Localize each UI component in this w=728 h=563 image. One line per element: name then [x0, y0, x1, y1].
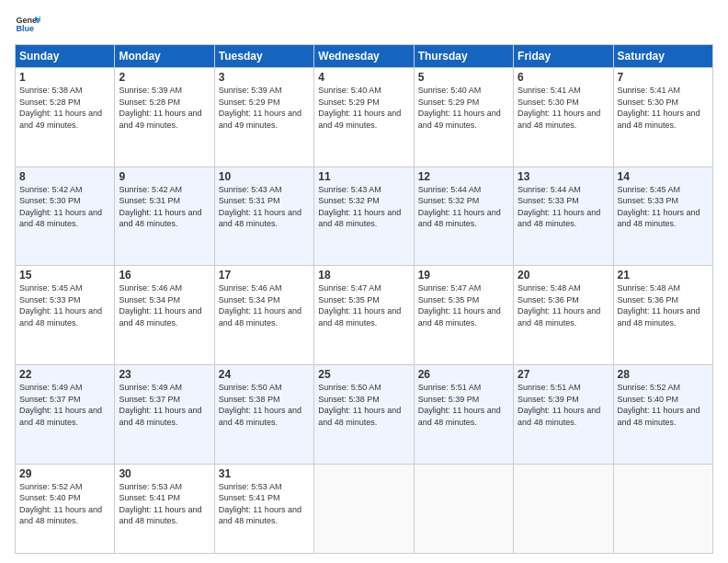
table-row: 15Sunrise: 5:45 AMSunset: 5:33 PMDayligh… — [16, 266, 115, 365]
table-row: 11Sunrise: 5:43 AMSunset: 5:32 PMDayligh… — [314, 167, 414, 266]
table-row: 5Sunrise: 5:40 AMSunset: 5:29 PMDaylight… — [414, 68, 513, 167]
table-row: 4Sunrise: 5:40 AMSunset: 5:29 PMDaylight… — [314, 68, 414, 167]
table-row: 30Sunrise: 5:53 AMSunset: 5:41 PMDayligh… — [115, 464, 214, 553]
table-row: 2Sunrise: 5:39 AMSunset: 5:28 PMDaylight… — [115, 68, 214, 167]
col-friday: Friday — [514, 45, 613, 68]
table-row — [414, 464, 513, 553]
calendar-week-row: 1Sunrise: 5:38 AMSunset: 5:28 PMDaylight… — [16, 68, 713, 167]
table-row: 1Sunrise: 5:38 AMSunset: 5:28 PMDaylight… — [16, 68, 115, 167]
table-row: 3Sunrise: 5:39 AMSunset: 5:29 PMDaylight… — [214, 68, 313, 167]
table-row: 25Sunrise: 5:50 AMSunset: 5:38 PMDayligh… — [314, 364, 414, 464]
table-row — [314, 464, 414, 553]
table-row: 29Sunrise: 5:52 AMSunset: 5:40 PMDayligh… — [16, 464, 115, 553]
table-row — [613, 464, 712, 553]
table-row: 21Sunrise: 5:48 AMSunset: 5:36 PMDayligh… — [613, 266, 712, 365]
table-row: 22Sunrise: 5:49 AMSunset: 5:37 PMDayligh… — [16, 364, 115, 464]
table-row: 17Sunrise: 5:46 AMSunset: 5:34 PMDayligh… — [214, 266, 313, 365]
col-thursday: Thursday — [414, 45, 513, 68]
col-wednesday: Wednesday — [314, 45, 414, 68]
col-saturday: Saturday — [613, 45, 712, 68]
table-row: 31Sunrise: 5:53 AMSunset: 5:41 PMDayligh… — [214, 464, 313, 553]
logo-icon: General Blue — [15, 11, 40, 37]
table-row: 26Sunrise: 5:51 AMSunset: 5:39 PMDayligh… — [414, 364, 513, 464]
table-row: 9Sunrise: 5:42 AMSunset: 5:31 PMDaylight… — [115, 167, 214, 266]
calendar-week-row: 8Sunrise: 5:42 AMSunset: 5:30 PMDaylight… — [16, 167, 713, 266]
calendar-week-row: 22Sunrise: 5:49 AMSunset: 5:37 PMDayligh… — [16, 364, 713, 464]
logo: General Blue — [15, 11, 44, 37]
table-row: 19Sunrise: 5:47 AMSunset: 5:35 PMDayligh… — [414, 266, 513, 365]
calendar-week-row: 15Sunrise: 5:45 AMSunset: 5:33 PMDayligh… — [16, 266, 713, 365]
col-tuesday: Tuesday — [214, 45, 313, 68]
table-row: 20Sunrise: 5:48 AMSunset: 5:36 PMDayligh… — [514, 266, 613, 365]
table-row: 24Sunrise: 5:50 AMSunset: 5:38 PMDayligh… — [214, 364, 313, 464]
col-sunday: Sunday — [16, 45, 115, 68]
table-row: 16Sunrise: 5:46 AMSunset: 5:34 PMDayligh… — [115, 266, 214, 365]
table-row: 13Sunrise: 5:44 AMSunset: 5:33 PMDayligh… — [514, 167, 613, 266]
table-row: 28Sunrise: 5:52 AMSunset: 5:40 PMDayligh… — [613, 364, 712, 464]
calendar-table: Sunday Monday Tuesday Wednesday Thursday… — [15, 44, 713, 554]
page-header: General Blue — [15, 11, 713, 37]
calendar-week-row: 29Sunrise: 5:52 AMSunset: 5:40 PMDayligh… — [16, 464, 713, 553]
col-monday: Monday — [115, 45, 214, 68]
table-row: 14Sunrise: 5:45 AMSunset: 5:33 PMDayligh… — [613, 167, 712, 266]
svg-text:Blue: Blue — [16, 24, 34, 33]
table-row: 23Sunrise: 5:49 AMSunset: 5:37 PMDayligh… — [115, 364, 214, 464]
table-row: 10Sunrise: 5:43 AMSunset: 5:31 PMDayligh… — [214, 167, 313, 266]
calendar-header-row: Sunday Monday Tuesday Wednesday Thursday… — [16, 45, 713, 68]
table-row: 6Sunrise: 5:41 AMSunset: 5:30 PMDaylight… — [514, 68, 613, 167]
table-row — [514, 464, 613, 553]
table-row: 18Sunrise: 5:47 AMSunset: 5:35 PMDayligh… — [314, 266, 414, 365]
table-row: 8Sunrise: 5:42 AMSunset: 5:30 PMDaylight… — [16, 167, 115, 266]
table-row: 27Sunrise: 5:51 AMSunset: 5:39 PMDayligh… — [514, 364, 613, 464]
table-row: 7Sunrise: 5:41 AMSunset: 5:30 PMDaylight… — [613, 68, 712, 167]
table-row: 12Sunrise: 5:44 AMSunset: 5:32 PMDayligh… — [414, 167, 513, 266]
